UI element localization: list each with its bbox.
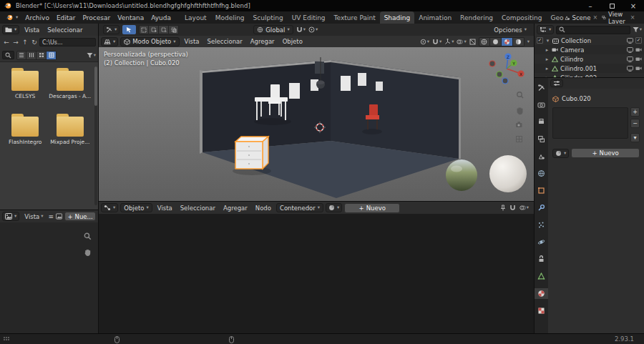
chevron-down-icon[interactable]: ▾ <box>527 39 530 44</box>
tool-settings-dropdown[interactable]: ▾ <box>103 25 119 34</box>
tab-rendering[interactable]: Rendering <box>456 11 497 24</box>
properties-tab-scene[interactable] <box>535 151 548 162</box>
editor-type-properties[interactable] <box>550 79 563 87</box>
transform-orientation-dropdown[interactable]: Global ▾ <box>253 25 293 34</box>
disclosure-closed-icon[interactable]: ▸ <box>545 47 550 53</box>
fb-path-field[interactable]: C:\Us... <box>39 38 96 46</box>
hide-in-render-icon[interactable] <box>635 47 642 52</box>
fb-display-thumbnails[interactable] <box>47 51 57 60</box>
vp-menu-objeto[interactable]: Objeto <box>280 38 306 45</box>
image-new-button[interactable]: + Nue... <box>64 212 96 221</box>
se-menu-vista[interactable]: Vista <box>155 205 175 212</box>
menu-ayuda[interactable]: Ayuda <box>147 11 175 24</box>
editor-type-3d-viewport[interactable]: ▾ <box>101 37 118 46</box>
properties-tab-particles[interactable] <box>535 220 548 230</box>
folder-item[interactable]: CELSYS <box>3 71 48 99</box>
tab-layout[interactable]: Layout <box>180 11 211 24</box>
editor-type-shader[interactable]: ▾ <box>101 203 118 212</box>
fb-display-grid-small[interactable] <box>36 51 47 60</box>
viewport-camera-icon[interactable] <box>516 122 522 127</box>
options-dropdown[interactable]: Opciones ▾ <box>494 26 530 34</box>
properties-tab-constraints[interactable] <box>535 254 548 265</box>
add-material-slot-button[interactable]: + <box>630 107 640 117</box>
editor-type-image[interactable]: ▾ <box>2 212 19 221</box>
menu-editar[interactable]: Editar <box>53 11 79 24</box>
properties-tab-output[interactable] <box>535 117 548 127</box>
viewport-ortho-grid-icon[interactable] <box>517 137 522 142</box>
select-mode-new[interactable] <box>139 25 149 34</box>
se-menu-nodo[interactable]: Nodo <box>253 205 274 212</box>
viewport-canvas[interactable]: X Y Z <box>99 47 534 201</box>
material-slot-list[interactable] <box>552 107 628 139</box>
new-material-button[interactable]: + Nuevo <box>571 148 640 158</box>
tab-texture-paint[interactable]: Texture Paint <box>330 11 380 24</box>
outliner-row-cilindro[interactable]: ▸ Cilindro <box>535 54 644 64</box>
fb-menu-seleccionar[interactable]: Seleccionar <box>44 26 85 34</box>
snap-dropdown[interactable]: ▾ <box>432 39 441 45</box>
properties-tab-render[interactable] <box>535 99 548 110</box>
remove-material-slot-button[interactable]: − <box>630 119 640 128</box>
pan-hand-icon[interactable] <box>84 248 92 257</box>
fb-display-vertical-list[interactable] <box>16 51 26 60</box>
vp-menu-seleccionar[interactable]: Seleccionar <box>205 38 245 45</box>
img-menu-vista[interactable]: Vista▾ <box>21 213 46 220</box>
se-menu-seleccionar[interactable]: Seleccionar <box>177 205 218 212</box>
fb-refresh-button[interactable]: ↻ <box>30 39 39 46</box>
hide-in-render-icon[interactable] <box>635 56 642 62</box>
properties-tab-tool[interactable] <box>535 82 548 93</box>
viewport-zoom-icon[interactable] <box>517 92 523 98</box>
folder-item[interactable]: Mixpad Proje... <box>48 117 93 145</box>
outliner-row-camera[interactable]: ▸ Camera <box>535 45 644 54</box>
shading-rendered[interactable] <box>513 37 525 46</box>
hide-in-viewport-icon[interactable] <box>627 47 633 53</box>
browse-material-dropdown[interactable]: ▾ <box>326 203 342 212</box>
select-mode-subtract[interactable] <box>159 25 169 34</box>
zoom-icon[interactable] <box>84 232 92 240</box>
tab-uv-editing[interactable]: UV Editing <box>288 11 330 24</box>
active-tool-select-box-button[interactable] <box>122 25 136 34</box>
scene-selector[interactable]: Scene × <box>564 14 598 21</box>
outliner-row-cilindro-002[interactable]: ▸ Cilindro.002 <box>535 73 644 77</box>
menu-ventana[interactable]: Ventana <box>114 11 147 24</box>
shading-material-preview[interactable] <box>502 37 513 46</box>
shader-editor-canvas[interactable] <box>99 214 534 334</box>
menu-procesar[interactable]: Procesar <box>79 11 114 24</box>
folder-item[interactable]: FlashIntegro <box>3 117 48 145</box>
vp-menu-agregar[interactable]: Agregar <box>248 38 278 45</box>
viewport-pan-hand-icon[interactable] <box>517 107 522 114</box>
overlays-dropdown[interactable]: ▾ <box>457 39 466 45</box>
tab-modeling[interactable]: Modeling <box>211 11 249 24</box>
browse-material-dropdown[interactable]: ▾ <box>552 149 569 158</box>
disclosure-open-icon[interactable]: ▾ <box>545 38 550 44</box>
fb-forward-button[interactable]: → <box>11 39 20 46</box>
se-overlays-dropdown[interactable]: ▾ <box>519 205 529 211</box>
tab-geometry-nodes[interactable]: Geo <box>547 11 564 24</box>
hide-in-viewport-icon[interactable] <box>627 56 633 62</box>
hide-in-render-icon[interactable] <box>635 66 642 71</box>
properties-tab-object-data[interactable] <box>535 271 548 282</box>
xray-toggle-icon[interactable] <box>469 39 476 45</box>
hide-in-viewport-icon[interactable] <box>627 66 633 72</box>
selected-dresser[interactable] <box>235 137 268 169</box>
hamburger-menu-icon[interactable]: ≡ <box>49 213 54 220</box>
properties-tab-modifiers[interactable] <box>535 202 548 213</box>
select-mode-intersect[interactable] <box>169 25 179 34</box>
fb-display-horizontal-list[interactable] <box>26 51 36 60</box>
minimize-button[interactable]: – <box>580 0 601 11</box>
view-layer-selector[interactable]: View Layer × <box>602 11 635 25</box>
disclosure-closed-icon[interactable]: ▸ <box>545 75 550 78</box>
properties-tab-world[interactable] <box>535 168 548 179</box>
transform-pivot-dropdown[interactable]: ▾ <box>420 39 429 45</box>
snap-dropdown[interactable]: ▾ <box>296 26 306 33</box>
editor-type-outliner[interactable]: ▾ <box>537 25 554 34</box>
material-specials-dropdown[interactable]: ▾ <box>630 133 640 142</box>
outliner-filter-dropdown[interactable]: ▾ <box>633 26 642 33</box>
fb-up-button[interactable]: ↑ <box>21 39 29 46</box>
navigation-gizmo[interactable]: X Y Z <box>489 53 525 84</box>
magnet-icon[interactable] <box>509 205 516 211</box>
shading-solid[interactable] <box>490 37 502 46</box>
blender-menu-button[interactable]: ▾ <box>2 11 21 24</box>
tab-sculpting[interactable]: Sculpting <box>249 11 288 24</box>
container-dropdown[interactable]: Contenedor ▾ <box>276 203 323 212</box>
proportional-edit-dropdown[interactable]: ▾ <box>308 26 318 33</box>
